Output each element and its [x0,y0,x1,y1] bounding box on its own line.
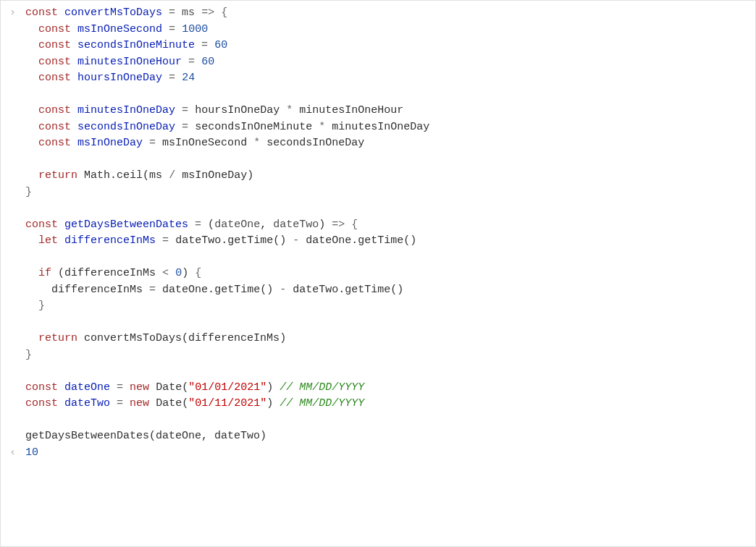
code-line: ›const convertMsToDays = ms => { [1,5,755,22]
code-line [1,250,755,266]
gutter-blank [5,331,25,347]
code-content: const secondsInOneMinute = 60 [25,38,755,54]
gutter-blank [5,282,25,299]
code-content: const msInOneSecond = 1000 [25,22,755,38]
code-line [1,200,755,217]
code-line: const hoursInOneDay = 24 [1,70,755,87]
gutter-blank [5,298,25,315]
gutter-blank [5,428,25,445]
gutter-blank [5,70,25,87]
gutter-blank [5,217,25,234]
code-line: } [1,185,755,201]
code-content [25,363,755,380]
code-content: let differenceInMs = dateTwo.getTime() -… [25,233,755,250]
code-content: const secondsInOneDay = secondsInOneMinu… [25,119,755,136]
code-line [1,363,755,380]
code-content: } [25,185,755,201]
code-content: const dateTwo = new Date("01/11/2021") /… [25,396,755,412]
code-content: return convertMsToDays(differenceInMs) [25,331,755,347]
code-content: return Math.ceil(ms / msInOneDay) [25,168,755,185]
code-content: differenceInMs = dateOne.getTime() - dat… [25,282,755,299]
gutter-blank [5,185,25,201]
gutter-blank [5,250,25,266]
code-line: const dateOne = new Date("01/01/2021") /… [1,380,755,397]
code-content: if (differenceInMs < 0) { [25,266,755,282]
gutter-blank [5,363,25,380]
gutter-blank [5,315,25,331]
code-line: differenceInMs = dateOne.getTime() - dat… [1,282,755,299]
code-content: getDaysBetweenDates(dateOne, dateTwo) [25,428,755,445]
code-line: return convertMsToDays(differenceInMs) [1,331,755,347]
gutter-blank [5,412,25,429]
code-line: const secondsInOneMinute = 60 [1,38,755,54]
code-line: return Math.ceil(ms / msInOneDay) [1,168,755,185]
code-content: } [25,347,755,364]
code-line: const secondsInOneDay = secondsInOneMinu… [1,119,755,136]
code-line: } [1,347,755,364]
gutter-blank [5,119,25,136]
code-line: if (differenceInMs < 0) { [1,266,755,282]
code-line: let differenceInMs = dateTwo.getTime() -… [1,233,755,250]
code-content [25,250,755,266]
console-output-value: 10 [25,445,755,462]
gutter-blank [5,266,25,282]
gutter-blank [5,87,25,103]
code-line: const dateTwo = new Date("01/11/2021") /… [1,396,755,412]
gutter-blank [5,38,25,54]
gutter-blank [5,380,25,397]
code-content: const msInOneDay = msInOneSecond * secon… [25,135,755,152]
code-line [1,87,755,103]
code-line [1,315,755,331]
gutter-blank [5,396,25,412]
code-content [25,152,755,169]
code-line: } [1,298,755,315]
code-content: const hoursInOneDay = 24 [25,70,755,87]
code-content [25,315,755,331]
code-line: const getDaysBetweenDates = (dateOne, da… [1,217,755,234]
console-panel[interactable]: ›const convertMsToDays = ms => { const m… [0,0,756,547]
code-line: const msInOneSecond = 1000 [1,22,755,38]
gutter-blank [5,54,25,71]
gutter-blank [5,168,25,185]
code-line [1,152,755,169]
code-line [1,412,755,429]
code-content: const dateOne = new Date("01/01/2021") /… [25,380,755,397]
output-marker: ‹ [5,445,25,462]
code-content [25,87,755,103]
code-content [25,412,755,429]
code-line: const msInOneDay = msInOneSecond * secon… [1,135,755,152]
gutter-blank [5,347,25,364]
code-content: const minutesInOneDay = hoursInOneDay * … [25,103,755,119]
gutter-blank [5,233,25,250]
gutter-blank [5,22,25,38]
console-output-line: ‹ 10 [1,445,755,462]
code-line: getDaysBetweenDates(dateOne, dateTwo) [1,428,755,445]
gutter-blank [5,135,25,152]
gutter-blank [5,103,25,119]
code-content: const minutesInOneHour = 60 [25,54,755,71]
gutter-blank [5,152,25,169]
code-line: const minutesInOneDay = hoursInOneDay * … [1,103,755,119]
code-content: const getDaysBetweenDates = (dateOne, da… [25,217,755,234]
code-content: const convertMsToDays = ms => { [25,5,755,22]
gutter-blank [5,200,25,217]
code-content [25,200,755,217]
code-line: const minutesInOneHour = 60 [1,54,755,71]
input-marker: › [5,5,25,22]
code-content: } [25,298,755,315]
